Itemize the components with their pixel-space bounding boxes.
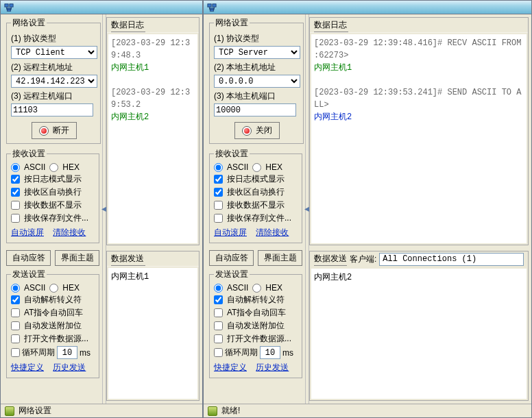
send-body[interactable]: 内网主机1 [108,268,197,399]
svg-rect-1 [10,3,13,6]
send-cycle-check[interactable] [214,348,223,357]
connections-input[interactable] [379,253,524,266]
clear-recv-link[interactable]: 清除接收 [53,228,86,237]
svg-rect-6 [208,3,211,6]
log-title: 数据日志 [107,18,199,33]
shortcut-link[interactable]: 快捷定义 [11,362,44,372]
protocol-label: (1) 协议类型 [11,33,97,45]
autoscroll-link[interactable]: 自动滚屏 [214,228,247,237]
recv-hide-check[interactable] [11,201,20,210]
log-group: 数据日志 [2023-03-29 12:39:48.3内网主机1 [2023-0… [106,17,200,245]
send-group: 数据发送 客户端: 内网主机2 [309,251,529,401]
status-icon [5,406,14,416]
close-button[interactable]: 关闭 [234,122,280,139]
auto-reply-button[interactable]: 自动应答 [209,250,254,266]
send-filesrc-check[interactable] [214,334,223,343]
send-filesrc-check[interactable] [11,334,20,343]
recv-savefile-check[interactable] [11,214,20,223]
record-icon [39,126,49,136]
svg-rect-7 [213,3,216,6]
remote-host-label: (2) 远程主机地址 [11,62,97,73]
send-ascii-radio[interactable] [214,284,223,293]
send-title: 数据发送 [107,251,199,267]
status-text: 网络设置 [19,405,51,417]
network-settings-group: 网络设置 (1) 协议类型 TCP Server (2) 本地主机地址 0.0.… [209,17,304,144]
send-hex-radio[interactable] [49,284,58,293]
local-port-label: (3) 本地主机端口 [214,90,300,102]
disconnect-button[interactable]: 断开 [32,122,77,139]
remote-host-select[interactable]: 42.194.142.223 [11,75,97,88]
clear-recv-link[interactable]: 清除接收 [256,228,289,237]
send-title: 数据发送 [314,253,347,266]
network-legend: 网络设置 [11,17,47,29]
shortcut-link[interactable]: 快捷定义 [214,362,247,372]
network-legend: 网络设置 [214,17,250,29]
local-host-select[interactable]: 0.0.0.0 [214,75,300,88]
recv-settings-group: 接收设置 ASCII HEX 按日志模式显示 接收区自动换行 接收数据不显示 接… [6,148,99,243]
send-legend: 发送设置 [214,269,250,280]
app-icon [3,2,14,13]
send-settings-group: 发送设置 ASCII HEX 自动解析转义符 AT指令自动回车 自动发送附加位 … [6,269,99,378]
recv-hex-radio[interactable] [252,163,261,172]
statusbar: 网络设置 [1,404,202,417]
content-panel: 数据日志 [2023-03-29 12:39:48.3内网主机1 [2023-0… [106,14,202,404]
send-ascii-radio[interactable] [11,284,20,293]
theme-button[interactable]: 界面主题 [55,250,99,266]
app-window-server: 网络设置 (1) 协议类型 TCP Server (2) 本地主机地址 0.0.… [203,0,532,418]
statusbar: 就绪! [204,404,531,417]
recv-legend: 接收设置 [11,148,47,160]
recv-ascii-radio[interactable] [11,163,20,172]
remote-port-input[interactable] [11,103,93,116]
record-icon [242,126,252,136]
cycle-value-input[interactable] [260,346,280,359]
send-hex-radio[interactable] [252,284,261,293]
recv-hex-radio[interactable] [49,163,58,172]
app-window-client: 网络设置 (1) 协议类型 TCP Client (2) 远程主机地址 42.1… [0,0,203,418]
titlebar[interactable] [1,1,202,14]
content-panel: 数据日志 [2023-03-29 12:39:48.416]# RECV ASC… [309,14,531,404]
cycle-value-input[interactable] [57,346,77,359]
send-cycle-check[interactable] [11,348,20,357]
protocol-select[interactable]: TCP Client [11,46,97,59]
theme-button[interactable]: 界面主题 [258,250,302,266]
client-label: 客户端: [350,254,376,265]
auto-reply-button[interactable]: 自动应答 [6,250,51,266]
remote-port-label: (3) 远程主机端口 [11,90,97,102]
send-settings-group: 发送设置 ASCII HEX 自动解析转义符 AT指令自动回车 自动发送附加位 … [209,269,302,378]
local-port-input[interactable] [214,103,296,116]
autoscroll-link[interactable]: 自动滚屏 [11,228,44,237]
history-link[interactable]: 历史发送 [53,362,86,372]
send-body[interactable]: 内网主机2 [311,269,527,399]
recv-autowrap-check[interactable] [214,188,223,197]
recv-ascii-radio[interactable] [214,163,223,172]
history-link[interactable]: 历史发送 [256,362,289,372]
recv-legend: 接收设置 [214,148,250,160]
protocol-select[interactable]: TCP Server [214,46,300,59]
log-body[interactable]: [2023-03-29 12:39:48.3内网主机1 [2023-03-29 … [108,34,197,243]
settings-panel: 网络设置 (1) 协议类型 TCP Client (2) 远程主机地址 42.1… [1,14,102,404]
settings-panel: 网络设置 (1) 协议类型 TCP Server (2) 本地主机地址 0.0.… [204,14,305,404]
log-group: 数据日志 [2023-03-29 12:39:48.416]# RECV ASC… [309,17,529,245]
recv-logmode-check[interactable] [11,175,20,184]
send-append-check[interactable] [11,321,20,330]
recv-autowrap-check[interactable] [11,188,20,197]
log-body[interactable]: [2023-03-29 12:39:48.416]# RECV ASCII FR… [311,34,527,243]
protocol-label: (1) 协议类型 [214,33,300,45]
send-atcr-check[interactable] [214,308,223,317]
send-append-check[interactable] [214,321,223,330]
recv-hide-check[interactable] [214,201,223,210]
recv-savefile-check[interactable] [214,214,223,223]
local-host-label: (2) 本地主机地址 [214,62,300,73]
send-atcr-check[interactable] [11,308,20,317]
log-title: 数据日志 [310,18,528,33]
status-icon [208,406,217,416]
status-text: 就绪! [221,405,240,417]
app-icon [206,2,217,13]
send-escape-check[interactable] [214,295,223,304]
send-escape-check[interactable] [11,295,20,304]
network-settings-group: 网络设置 (1) 协议类型 TCP Client (2) 远程主机地址 42.1… [6,17,101,144]
recv-settings-group: 接收设置 ASCII HEX 按日志模式显示 接收区自动换行 接收数据不显示 接… [209,148,302,243]
recv-logmode-check[interactable] [214,175,223,184]
client-area: 网络设置 (1) 协议类型 TCP Server (2) 本地主机地址 0.0.… [204,14,531,404]
titlebar[interactable] [204,1,531,14]
